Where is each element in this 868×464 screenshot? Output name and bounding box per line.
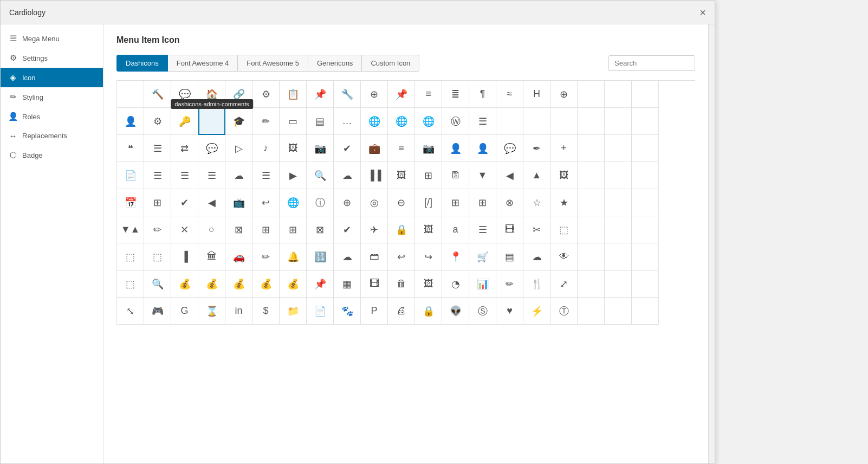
- icon-cell-edit-alt[interactable]: ✏: [496, 270, 523, 298]
- icon-cell-superhero[interactable]: ♥: [496, 298, 523, 325]
- icon-cell-table-row-after[interactable]: ⊞: [469, 189, 496, 216]
- tab-dashicons[interactable]: Dashicons: [116, 55, 168, 72]
- icon-cell-admin-multisite[interactable]: ▤: [496, 243, 523, 270]
- tab-font-awesome-5[interactable]: Font Awesome 5: [237, 55, 308, 72]
- icon-cell-portfolio[interactable]: 💼: [361, 135, 388, 162]
- icon-cell-randomize[interactable]: ⇄: [171, 135, 198, 162]
- icon-cell-pets[interactable]: 🐾: [334, 298, 361, 325]
- icon-cell-marker[interactable]: ◎: [361, 189, 388, 216]
- icon-cell-car[interactable]: 🚗: [225, 243, 252, 270]
- icon-cell-minus[interactable]: ⊖: [388, 189, 415, 216]
- icon-cell-spreadsheet[interactable]: ⊠: [225, 216, 252, 243]
- icon-cell-media-document[interactable]: 📄: [117, 162, 144, 189]
- icon-cell-admin-tools[interactable]: 🔧: [334, 81, 361, 108]
- icon-cell-money-sign[interactable]: $: [252, 298, 280, 325]
- icon-cell-editor-ul[interactable]: ☰: [144, 135, 171, 162]
- icon-cell-table-col-delete[interactable]: ⊠: [307, 216, 334, 243]
- icon-cell-image-crop[interactable]: ⬚: [117, 270, 144, 298]
- icon-cell-calculator[interactable]: 🔢: [307, 243, 334, 270]
- icon-cell-admin-site[interactable]: 🌐: [361, 108, 388, 135]
- icon-cell-admin-settings-2[interactable]: ⚙: [144, 108, 171, 135]
- icon-cell-format-chat[interactable]: 💬: [198, 135, 225, 162]
- icon-cell-admin-comments[interactable]: 💬: [171, 81, 198, 108]
- icon-cell-format-audio[interactable]: ♪: [252, 135, 280, 162]
- icon-cell-privacy[interactable]: 🔒: [415, 298, 442, 325]
- icon-cell-pinterest[interactable]: P: [361, 298, 388, 325]
- icon-cell-plus-alt2[interactable]: ⊕: [334, 189, 361, 216]
- icon-cell-camera[interactable]: 📷: [415, 135, 442, 162]
- icon-cell-admin-site-alt[interactable]: 🌐: [388, 108, 415, 135]
- icon-cell-superhero-alt[interactable]: ⚡: [523, 298, 550, 325]
- icon-cell-align-right[interactable]: ≣: [442, 81, 469, 108]
- icon-cell-info[interactable]: ⓘ: [307, 189, 334, 216]
- icon-cell-admin-users[interactable]: 👤: [117, 108, 144, 135]
- icon-cell-video-alt3[interactable]: 🎞: [361, 270, 388, 298]
- icon-cell-calendar-alt[interactable]: 📅: [117, 189, 144, 216]
- icon-cell-table-col-before[interactable]: ⊞: [442, 189, 469, 216]
- sidebar-item-badge[interactable]: ⬡Badge: [1, 145, 103, 165]
- icon-cell-plus[interactable]: +: [550, 135, 578, 162]
- icon-cell-no-alt[interactable]: ✕: [171, 216, 198, 243]
- icon-cell-visibility[interactable]: 👁: [550, 243, 578, 270]
- icon-cell-admin-education[interactable]: 🎓: [225, 108, 252, 135]
- icon-cell-image-filter[interactable]: ⬚: [550, 216, 578, 243]
- sidebar-item-icon[interactable]: ◈Icon: [1, 68, 103, 87]
- icon-cell-lock[interactable]: 🔒: [388, 216, 415, 243]
- icon-cell-food[interactable]: 🍴: [523, 270, 550, 298]
- icon-cell-admin-keys[interactable]: 🔑: [171, 108, 198, 135]
- icon-cell-post-status[interactable]: ✏: [144, 216, 171, 243]
- icon-cell-edit-page[interactable]: ✏: [252, 243, 280, 270]
- icon-cell-money-2[interactable]: 💰: [225, 270, 252, 298]
- icon-cell-yes-alt2[interactable]: ✔: [334, 216, 361, 243]
- icon-cell-film[interactable]: 🎞: [496, 216, 523, 243]
- search-input[interactable]: [608, 55, 695, 71]
- icon-cell-arrow-left-alt2[interactable]: ◀: [496, 162, 523, 189]
- icon-cell-hammer[interactable]: 🔨: [144, 81, 171, 108]
- icon-cell-table-col-after[interactable]: ⊞: [144, 189, 171, 216]
- icon-cell-bell[interactable]: 🔔: [280, 243, 307, 270]
- icon-cell-star-empty[interactable]: ☆: [523, 189, 550, 216]
- icon-cell-cloud[interactable]: ☁: [334, 243, 361, 270]
- icon-cell-table-row-before[interactable]: ⊞: [252, 216, 280, 243]
- icon-cell-cart[interactable]: 🛒: [469, 243, 496, 270]
- icon-cell-controls-volumeon[interactable]: ▐: [171, 243, 198, 270]
- scrollbar[interactable]: [708, 24, 715, 463]
- icon-cell-grid-view-2[interactable]: ▦: [334, 270, 361, 298]
- icon-cell-upload[interactable]: ☁: [225, 162, 252, 189]
- icon-cell-reddit[interactable]: 👽: [442, 298, 469, 325]
- icon-cell-editor-paragraph[interactable]: ¶: [469, 81, 496, 108]
- icon-cell-bubble[interactable]: 💬: [496, 135, 523, 162]
- icon-cell-cloud-upload[interactable]: ☁: [334, 162, 361, 189]
- icon-cell-format-image-2[interactable]: 🖼: [415, 270, 442, 298]
- icon-cell-plus-alt[interactable]: ⊕: [550, 81, 578, 108]
- icon-cell-linkedin[interactable]: in: [225, 298, 252, 325]
- icon-cell-hourglass[interactable]: ⌛: [198, 298, 225, 325]
- icon-cell-exit[interactable]: ↩: [252, 189, 280, 216]
- icon-cell-twitch[interactable]: Ⓣ: [550, 298, 578, 325]
- icon-cell-menu-alt3[interactable]: ☰: [198, 162, 225, 189]
- icon-cell-search-alt[interactable]: 🔍: [144, 270, 171, 298]
- icon-cell-yes[interactable]: ✔: [334, 135, 361, 162]
- icon-cell-businessman[interactable]: 👤: [442, 135, 469, 162]
- icon-cell-format-image[interactable]: 📷: [307, 135, 334, 162]
- icon-cell-money[interactable]: 💰: [198, 270, 225, 298]
- icon-cell-fullscreen-exit-alt[interactable]: ⤡: [117, 298, 144, 325]
- icon-cell-edit[interactable]: ✏: [252, 108, 280, 135]
- icon-cell-menu-alt2[interactable]: ☰: [171, 162, 198, 189]
- icon-cell-migrate[interactable]: ✂: [523, 216, 550, 243]
- sidebar-item-settings[interactable]: ⚙Settings: [1, 48, 103, 68]
- icon-cell-games[interactable]: 🎮: [144, 298, 171, 325]
- icon-cell-database-add[interactable]: 🗃: [361, 243, 388, 270]
- sidebar-item-styling[interactable]: ✏Styling: [1, 87, 103, 107]
- sidebar-item-roles[interactable]: 👤Roles: [1, 107, 103, 126]
- tab-custom-icon[interactable]: Custom Icon: [361, 55, 419, 72]
- icon-cell-admin-site-alt2[interactable]: 🌐: [415, 108, 442, 135]
- icon-cell-admin-plugins[interactable]: 📌: [307, 81, 334, 108]
- icon-cell-wordpress[interactable]: Ⓦ: [442, 108, 469, 135]
- icon-cell-marker-alt[interactable]: ○: [198, 216, 225, 243]
- icon-cell-tag[interactable]: 📌: [307, 270, 334, 298]
- icon-cell-editor-quote[interactable]: ❝: [117, 135, 144, 162]
- icon-cell-editor-heading[interactable]: H: [523, 81, 550, 108]
- close-button[interactable]: ×: [699, 7, 706, 18]
- icon-cell-search[interactable]: 🔍: [307, 162, 334, 189]
